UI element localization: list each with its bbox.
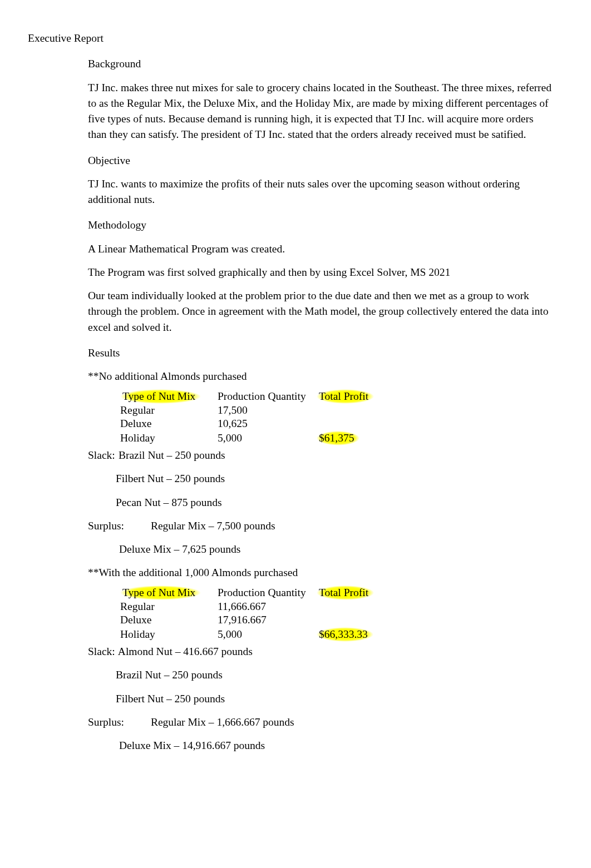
slack-item: Almond Nut – 416.667 pounds <box>118 646 253 657</box>
cell-type: Holiday <box>120 431 218 445</box>
col-header-profit: Total Profit <box>317 586 374 600</box>
col-header-qty: Production Quantity <box>218 587 306 598</box>
col-header-type: Type of Nut Mix <box>120 389 201 404</box>
cell-type: Deluxe <box>120 613 218 627</box>
methodology-p3: Our team individually looked at the prob… <box>88 288 552 335</box>
slack-1: Slack: Brazil Nut – 250 pounds <box>88 448 552 463</box>
table-row: Deluxe 17,916.667 <box>120 613 552 627</box>
content-body: Background TJ Inc. makes three nut mixes… <box>88 56 552 753</box>
cell-qty: 5,000 <box>218 431 317 445</box>
surplus-item: Deluxe Mix – 7,625 pounds <box>119 542 552 557</box>
table-row: Regular 11,666.667 <box>120 600 552 613</box>
slack-item: Brazil Nut – 250 pounds <box>119 449 225 461</box>
results-table-2: Type of Nut Mix Production Quantity Tota… <box>120 586 552 642</box>
with-additional-note: **With the additional 1,000 Almonds purc… <box>88 565 552 581</box>
cell-type: Deluxe <box>120 417 218 430</box>
no-additional-note: **No additional Almonds purchased <box>88 369 552 384</box>
slack-label: Slack: <box>88 448 116 463</box>
slack-item: Filbert Nut – 250 pounds <box>116 691 552 707</box>
page-title: Executive Report <box>28 31 563 46</box>
cell-qty: 10,625 <box>218 417 317 430</box>
surplus-label: Surplus: <box>88 715 148 730</box>
cell-qty: 17,916.667 <box>218 613 317 627</box>
surplus-item: Regular Mix – 1,666.667 pounds <box>151 716 294 728</box>
cell-profit: $66,333.33 <box>317 627 373 642</box>
surplus-item: Deluxe Mix – 14,916.667 pounds <box>119 738 552 753</box>
cell-profit: $61,375 <box>317 431 359 445</box>
table-row: Regular 17,500 <box>120 404 552 417</box>
cell-qty: 11,666.667 <box>218 600 317 613</box>
surplus-label: Surplus: <box>88 518 148 534</box>
table-row: Deluxe 10,625 <box>120 417 552 430</box>
background-text: TJ Inc. makes three nut mixes for sale t… <box>88 80 552 143</box>
table-row: Holiday 5,000 $66,333.33 <box>120 627 552 642</box>
slack-item: Pecan Nut – 875 pounds <box>116 495 552 510</box>
table-header-row: Type of Nut Mix Production Quantity Tota… <box>120 586 552 600</box>
cell-type: Regular <box>120 600 218 613</box>
slack-item: Filbert Nut – 250 pounds <box>116 471 552 487</box>
slack-item: Brazil Nut – 250 pounds <box>116 667 552 683</box>
results-heading: Results <box>88 345 552 361</box>
background-heading: Background <box>88 56 552 72</box>
objective-heading: Objective <box>88 153 552 168</box>
col-header-type: Type of Nut Mix <box>120 586 201 600</box>
surplus-2: Surplus: Regular Mix – 1,666.667 pounds <box>88 715 552 730</box>
methodology-heading: Methodology <box>88 217 552 233</box>
cell-type: Holiday <box>120 628 218 641</box>
cell-type: Regular <box>120 404 218 417</box>
objective-text: TJ Inc. wants to maximize the profits of… <box>88 176 552 208</box>
methodology-p2: The Program was first solved graphically… <box>88 265 552 280</box>
table-header-row: Type of Nut Mix Production Quantity Tota… <box>120 389 552 404</box>
col-header-qty: Production Quantity <box>218 390 306 402</box>
col-header-profit: Total Profit <box>317 389 374 404</box>
methodology-p1: A Linear Mathematical Program was create… <box>88 241 552 257</box>
cell-qty: 17,500 <box>218 404 317 417</box>
slack-2: Slack: Almond Nut – 416.667 pounds <box>88 644 552 659</box>
surplus-item: Regular Mix – 7,500 pounds <box>151 520 275 532</box>
cell-qty: 5,000 <box>218 628 317 641</box>
surplus-1: Surplus: Regular Mix – 7,500 pounds <box>88 518 552 534</box>
table-row: Holiday 5,000 $61,375 <box>120 431 552 445</box>
slack-label: Slack: <box>88 644 116 659</box>
results-table-1: Type of Nut Mix Production Quantity Tota… <box>120 389 552 446</box>
